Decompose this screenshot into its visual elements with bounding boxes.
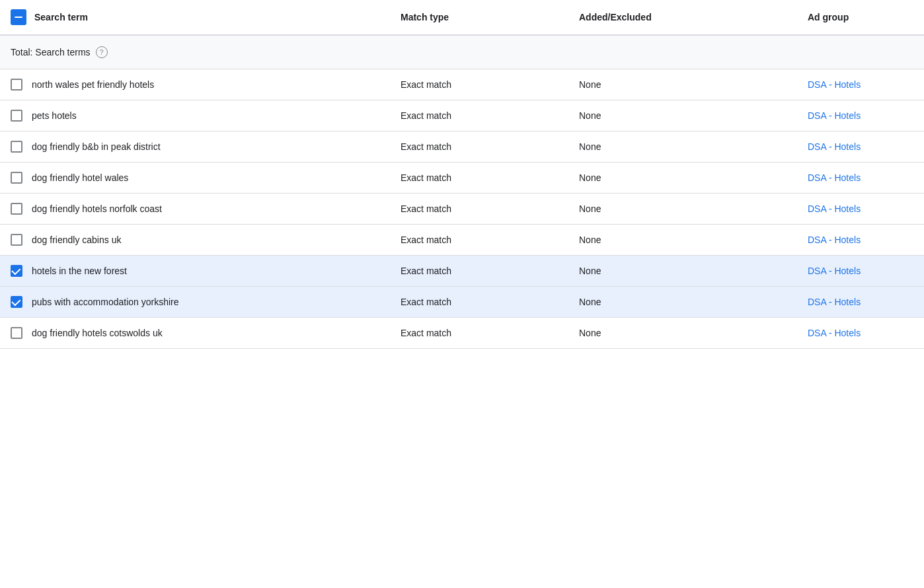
total-label: Total: Search terms <box>11 47 91 57</box>
ad-group-cell: DSA - Hotels <box>797 256 924 287</box>
row-checkbox[interactable] <box>11 110 22 122</box>
ad-group-link[interactable]: DSA - Hotels <box>808 203 861 214</box>
match-type-cell: Exact match <box>390 318 568 349</box>
search-term-value: pubs with accommodation yorkshire <box>32 297 179 307</box>
row-checkbox[interactable] <box>11 234 22 246</box>
ad-group-link[interactable]: DSA - Hotels <box>808 172 861 183</box>
added-excluded-cell: None <box>568 69 797 100</box>
match-type-cell: Exact match <box>390 131 568 163</box>
search-term-value: north wales pet friendly hotels <box>32 79 154 90</box>
ad-group-link[interactable]: DSA - Hotels <box>808 141 861 152</box>
select-all-button[interactable] <box>11 9 26 25</box>
total-adgroup-cell <box>797 35 924 69</box>
table-row: pets hotels Exact matchNoneDSA - Hotels <box>0 100 924 131</box>
added-excluded-cell: None <box>568 256 797 287</box>
search-term-cell: pets hotels <box>0 100 390 131</box>
ad-group-link[interactable]: DSA - Hotels <box>808 297 861 307</box>
table-row: dog friendly b&b in peak district Exact … <box>0 131 924 163</box>
search-term-value: dog friendly hotel wales <box>32 172 128 183</box>
search-term-value: pets hotels <box>32 110 77 121</box>
ad-group-link[interactable]: DSA - Hotels <box>808 328 861 338</box>
ad-group-cell: DSA - Hotels <box>797 100 924 131</box>
match-type-header: Match type <box>390 0 568 35</box>
table-row: pubs with accommodation yorkshire Exact … <box>0 287 924 318</box>
match-type-cell: Exact match <box>390 225 568 256</box>
total-cell: Total: Search terms ? <box>0 35 390 69</box>
ad-group-link[interactable]: DSA - Hotels <box>808 266 861 276</box>
match-type-cell: Exact match <box>390 256 568 287</box>
table-row: dog friendly hotels cotswolds uk Exact m… <box>0 318 924 349</box>
added-excluded-cell: None <box>568 100 797 131</box>
table-row: dog friendly cabins uk Exact matchNoneDS… <box>0 225 924 256</box>
search-term-cell: dog friendly hotels norfolk coast <box>0 194 390 225</box>
added-excluded-cell: None <box>568 163 797 194</box>
match-type-cell: Exact match <box>390 100 568 131</box>
row-checkbox[interactable] <box>11 265 22 277</box>
table-row: north wales pet friendly hotels Exact ma… <box>0 69 924 100</box>
ad-group-link[interactable]: DSA - Hotels <box>808 110 861 121</box>
ad-group-cell: DSA - Hotels <box>797 225 924 256</box>
ad-group-cell: DSA - Hotels <box>797 69 924 100</box>
row-checkbox[interactable] <box>11 327 22 339</box>
search-term-cell: north wales pet friendly hotels <box>0 69 390 100</box>
ad-group-cell: DSA - Hotels <box>797 287 924 318</box>
total-row: Total: Search terms ? <box>0 35 924 69</box>
search-term-value: hotels in the new forest <box>32 266 127 276</box>
total-added-cell <box>568 35 797 69</box>
ad-group-link[interactable]: DSA - Hotels <box>808 79 861 90</box>
search-term-value: dog friendly hotels norfolk coast <box>32 203 162 214</box>
search-term-cell: dog friendly cabins uk <box>0 225 390 256</box>
ad-group-header: Ad group <box>797 0 924 35</box>
search-term-header: Search term <box>0 0 390 34</box>
added-excluded-header: Added/Excluded <box>568 0 797 35</box>
table-row: dog friendly hotels norfolk coast Exact … <box>0 194 924 225</box>
added-excluded-cell: None <box>568 131 797 163</box>
row-checkbox[interactable] <box>11 203 22 215</box>
total-match-cell <box>390 35 568 69</box>
search-terms-table: Search term Match type Added/Excluded Ad… <box>0 0 924 349</box>
search-term-cell: hotels in the new forest <box>0 256 390 287</box>
table-row: hotels in the new forest Exact matchNone… <box>0 256 924 287</box>
ad-group-cell: DSA - Hotels <box>797 131 924 163</box>
search-term-cell: dog friendly hotel wales <box>0 163 390 194</box>
ad-group-cell: DSA - Hotels <box>797 163 924 194</box>
ad-group-cell: DSA - Hotels <box>797 318 924 349</box>
added-excluded-header-label: Added/Excluded <box>579 12 652 22</box>
row-checkbox[interactable] <box>11 172 22 184</box>
match-type-cell: Exact match <box>390 163 568 194</box>
search-term-cell: dog friendly hotels cotswolds uk <box>0 318 390 349</box>
match-type-cell: Exact match <box>390 194 568 225</box>
ad-group-header-label: Ad group <box>808 12 849 22</box>
search-term-cell: pubs with accommodation yorkshire <box>0 287 390 318</box>
match-type-header-label: Match type <box>401 12 449 22</box>
added-excluded-cell: None <box>568 225 797 256</box>
added-excluded-cell: None <box>568 287 797 318</box>
match-type-cell: Exact match <box>390 287 568 318</box>
ad-group-cell: DSA - Hotels <box>797 194 924 225</box>
row-checkbox[interactable] <box>11 296 22 308</box>
search-terms-table-container: Search term Match type Added/Excluded Ad… <box>0 0 924 349</box>
search-term-value: dog friendly b&b in peak district <box>32 141 161 152</box>
search-term-value: dog friendly cabins uk <box>32 235 121 245</box>
added-excluded-cell: None <box>568 194 797 225</box>
table-row: dog friendly hotel wales Exact matchNone… <box>0 163 924 194</box>
ad-group-link[interactable]: DSA - Hotels <box>808 235 861 245</box>
search-term-value: dog friendly hotels cotswolds uk <box>32 328 163 338</box>
added-excluded-cell: None <box>568 318 797 349</box>
help-icon[interactable]: ? <box>96 46 108 58</box>
row-checkbox[interactable] <box>11 79 22 91</box>
table-header-row: Search term Match type Added/Excluded Ad… <box>0 0 924 35</box>
search-term-cell: dog friendly b&b in peak district <box>0 131 390 163</box>
row-checkbox[interactable] <box>11 141 22 153</box>
search-term-header-label: Search term <box>34 12 88 22</box>
match-type-cell: Exact match <box>390 69 568 100</box>
